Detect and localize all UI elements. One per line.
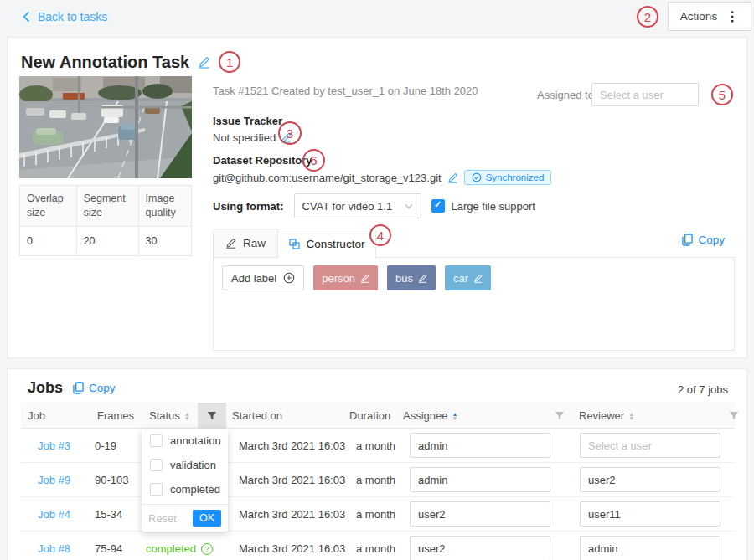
status-filter-dropdown: annotation validation completed Reset OK [142, 429, 228, 532]
jobs-card: Jobs Copy 2 of 7 jobs Job Frames Status … [7, 368, 747, 560]
job-started: March 3rd 2021 16:03 [239, 463, 345, 497]
filter-funnel-icon [729, 411, 739, 421]
reviewer-filter-button[interactable] [720, 403, 748, 429]
filter-reset-button[interactable]: Reset [148, 512, 177, 525]
copy-icon [73, 382, 84, 394]
label-chip-bus[interactable]: bus [387, 265, 436, 290]
param-value-quality: 30 [138, 226, 191, 255]
using-format-label: Using format: [213, 200, 284, 213]
copy-icon [682, 234, 693, 246]
status-filter-button[interactable] [198, 403, 226, 429]
labels-constructor-panel: Add label person bus [213, 258, 735, 351]
assignee-input[interactable] [410, 501, 550, 527]
tab-constructor[interactable]: Constructor [277, 229, 376, 259]
job-duration: a month [356, 532, 395, 560]
col-status: Status [149, 409, 180, 422]
actions-button[interactable]: Actions ⋮ [668, 2, 751, 31]
assignee-input[interactable] [410, 467, 550, 492]
col-frames: Frames [97, 409, 134, 422]
edit-repository-icon[interactable] [447, 172, 458, 183]
reviewer-input[interactable] [580, 501, 720, 527]
param-header-quality: Image quality [138, 186, 191, 227]
callout-4: 4 [369, 224, 391, 246]
edit-icon [225, 238, 236, 249]
filter-ok-button[interactable]: OK [193, 510, 221, 527]
filter-funnel-icon [207, 411, 217, 421]
job-started: March 3rd 2021 16:03 [239, 532, 345, 560]
checkbox-validation[interactable] [150, 459, 163, 471]
job-link[interactable]: Job #8 [38, 532, 70, 560]
job-duration: a month [356, 429, 395, 463]
param-header-overlap: Overlap size [20, 186, 77, 227]
col-started: Started on [232, 409, 282, 422]
reviewer-input[interactable] [580, 536, 720, 560]
cvat-task-page: Back to tasks 2 Actions ⋮ New Annotation… [0, 0, 754, 560]
edit-label-icon[interactable] [360, 274, 369, 283]
col-reviewer: Reviewer [579, 409, 624, 422]
reviewer-input[interactable] [580, 467, 720, 492]
job-row: Job #9 90-103 March 3rd 2021 16:03 a mon… [21, 463, 735, 497]
label-chip-bus-text: bus [395, 272, 413, 285]
sort-icons: ▲▼ [184, 412, 190, 420]
reviewer-input[interactable] [580, 433, 720, 458]
job-row: Job #8 75-94 completed ? March 3rd 2021 … [21, 532, 735, 560]
task-title: New Annotation Task [21, 53, 189, 72]
callout-3: 3 [278, 121, 302, 145]
issue-tracker-value: Not specified [213, 131, 276, 144]
dataset-repository-label: Dataset Repository [213, 154, 312, 167]
tab-raw[interactable]: Raw [213, 229, 278, 258]
job-link[interactable]: Job #3 [38, 429, 70, 463]
large-file-support-checkbox[interactable] [431, 199, 445, 213]
sort-icons: ▲▼ [452, 412, 457, 420]
col-assignee-sort[interactable]: Assignee ▲▼ [403, 403, 457, 429]
labels-tabbar: Raw Constructor Copy [213, 229, 735, 258]
task-details-card: New Annotation Task 1 [7, 37, 747, 358]
col-assignee: Assignee [403, 409, 447, 422]
copy-jobs-label: Copy [89, 382, 116, 394]
task-preview-image [19, 76, 192, 178]
plus-circle-icon [283, 272, 295, 284]
job-started: March 3rd 2021 16:03 [239, 429, 345, 463]
edit-label-icon[interactable] [473, 274, 483, 283]
add-label-button[interactable]: Add label [222, 265, 304, 290]
callout-6: 6 [302, 149, 325, 172]
filter-option-annotation[interactable]: annotation [142, 429, 228, 453]
label-chip-person[interactable]: person [313, 265, 378, 290]
assignee-input[interactable] [410, 536, 550, 560]
copy-labels-button[interactable]: Copy [682, 234, 725, 246]
filter-option-validation[interactable]: validation [142, 453, 228, 477]
edit-label-icon[interactable] [418, 274, 427, 283]
job-link[interactable]: Job #9 [38, 463, 70, 497]
job-frames: 15-34 [95, 497, 122, 532]
param-value-segment: 20 [76, 226, 138, 255]
checkbox-completed[interactable] [150, 483, 163, 496]
jobs-count: 2 of 7 jobs [678, 383, 728, 396]
job-duration: a month [356, 463, 395, 497]
job-link[interactable]: Job #4 [38, 497, 70, 532]
assigned-to-label: Assigned to [537, 89, 594, 101]
copy-jobs-button[interactable]: Copy [73, 382, 116, 394]
filter-option-completed[interactable]: completed [142, 477, 228, 501]
sync-status-label: Synchronized [486, 172, 545, 182]
job-frames: 90-103 [95, 463, 128, 497]
tab-raw-label: Raw [243, 237, 266, 249]
kebab-menu-icon: ⋮ [726, 8, 739, 24]
filter-option-validation-label: validation [170, 459, 216, 471]
edit-title-icon[interactable] [198, 56, 210, 69]
label-chip-person-text: person [322, 272, 355, 285]
export-format-value: CVAT for video 1.1 [302, 200, 393, 213]
assigned-to-input[interactable] [591, 83, 699, 106]
checkbox-annotation[interactable] [150, 434, 163, 447]
export-format-select[interactable]: CVAT for video 1.1 [294, 193, 421, 218]
col-reviewer-sort[interactable]: Reviewer ▲▼ [579, 403, 634, 429]
back-to-tasks-link[interactable]: Back to tasks [22, 10, 107, 23]
assignee-input[interactable] [410, 433, 550, 458]
filter-option-annotation-label: annotation [170, 434, 221, 447]
jobs-title: Jobs [28, 379, 63, 397]
sync-status-badge: Synchronized [464, 170, 552, 185]
assignee-filter-button[interactable] [545, 403, 574, 429]
label-chip-car[interactable]: car [445, 265, 491, 290]
filter-funnel-icon [555, 411, 565, 421]
col-status-sort[interactable]: Status ▲▼ [149, 403, 190, 429]
tab-constructor-label: Constructor [307, 238, 365, 250]
